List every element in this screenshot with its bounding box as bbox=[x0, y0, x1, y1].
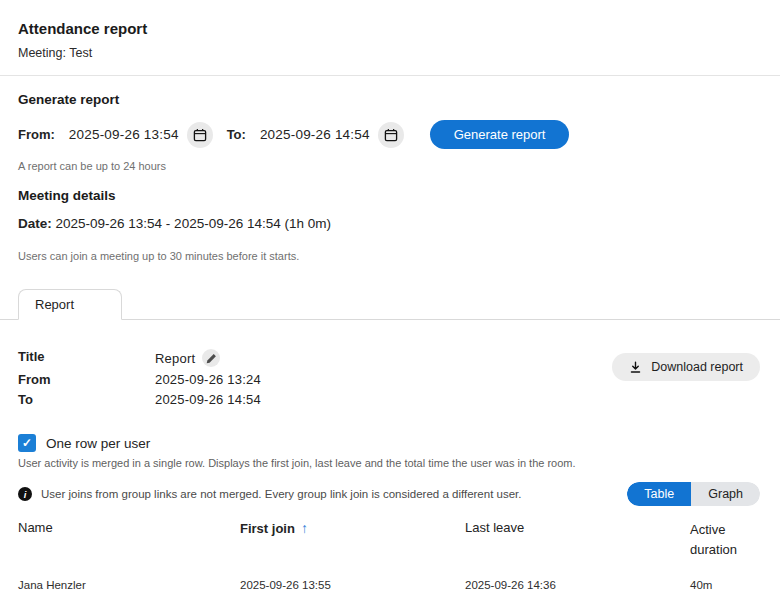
generate-report-button[interactable]: Generate report bbox=[430, 120, 570, 149]
join-early-note: Users can join a meeting up to 30 minute… bbox=[18, 250, 762, 262]
meeting-date-line: Date: 2025-09-26 13:54 - 2025-09-26 14:5… bbox=[18, 216, 762, 231]
view-toggle: Table Graph bbox=[627, 482, 760, 506]
from-label: From: bbox=[18, 127, 55, 142]
one-row-per-user-checkbox[interactable]: ✓ bbox=[18, 434, 36, 452]
report-meta-grid: Title Report From 2025-09-26 13:24 To 20… bbox=[18, 349, 261, 407]
group-links-note-row: i User joins from group links are not me… bbox=[18, 487, 521, 501]
view-toggle-table[interactable]: Table bbox=[627, 482, 691, 506]
generate-controls-row: From: 2025-09-26 13:54 To: 2025-09-26 14… bbox=[18, 120, 762, 149]
report-duration-hint: A report can be up to 24 hours bbox=[18, 160, 762, 172]
cell-active-duration: 40m bbox=[690, 579, 760, 591]
page-header: Attendance report Meeting: Test bbox=[0, 0, 780, 60]
report-to-value: 2025-09-26 14:54 bbox=[155, 392, 261, 407]
table-row: Eddie Example 2025-09-26 13:56 2025-09-2… bbox=[18, 591, 760, 597]
table-header-row: Name First join↑ Last leave Active durat… bbox=[18, 520, 760, 560]
column-header-last-leave[interactable]: Last leave bbox=[465, 520, 690, 535]
edit-title-button[interactable] bbox=[202, 349, 220, 367]
date-value: 2025-09-26 13:54 - 2025-09-26 14:54 (1h … bbox=[56, 216, 331, 231]
group-links-note: User joins from group links are not merg… bbox=[41, 488, 521, 500]
one-row-description: User activity is merged in a single row.… bbox=[18, 457, 760, 469]
page-title: Attendance report bbox=[18, 20, 762, 37]
generate-report-section: Generate report From: 2025-09-26 13:54 T… bbox=[0, 92, 780, 172]
one-row-per-user-row: ✓ One row per user bbox=[18, 434, 760, 452]
table-row: Jana Henzler 2025-09-26 13:55 2025-09-26… bbox=[18, 560, 760, 591]
download-report-button[interactable]: Download report bbox=[612, 353, 760, 381]
calendar-icon bbox=[193, 128, 207, 142]
to-calendar-button[interactable] bbox=[378, 122, 404, 148]
report-title-value: Report bbox=[155, 351, 195, 366]
download-report-label: Download report bbox=[651, 360, 743, 374]
from-calendar-button[interactable] bbox=[187, 122, 213, 148]
report-title-label: Title bbox=[18, 349, 155, 367]
tab-bar: Report bbox=[0, 288, 780, 320]
calendar-icon bbox=[384, 128, 398, 142]
to-datetime-value[interactable]: 2025-09-26 14:54 bbox=[260, 127, 370, 142]
generate-report-heading: Generate report bbox=[18, 92, 762, 107]
cell-last-leave: 2025-09-26 14:36 bbox=[465, 579, 690, 591]
cell-first-join: 2025-09-26 13:55 bbox=[240, 579, 465, 591]
report-panel: Title Report From 2025-09-26 13:24 To 20… bbox=[0, 349, 780, 597]
attendance-report-page: Attendance report Meeting: Test Generate… bbox=[0, 0, 780, 597]
header-divider bbox=[0, 75, 780, 76]
report-to-label: To bbox=[18, 392, 155, 407]
cell-name: Jana Henzler bbox=[18, 579, 240, 591]
sort-ascending-icon: ↑ bbox=[301, 520, 308, 536]
tab-report[interactable]: Report bbox=[18, 289, 122, 320]
checkmark-icon: ✓ bbox=[22, 436, 32, 450]
report-from-value: 2025-09-26 13:24 bbox=[155, 372, 261, 387]
view-toggle-graph[interactable]: Graph bbox=[691, 482, 760, 506]
report-title-value-row: Report bbox=[155, 349, 261, 367]
info-and-view-toggle-row: i User joins from group links are not me… bbox=[18, 482, 760, 506]
column-header-active-duration[interactable]: Active duration bbox=[690, 520, 752, 560]
report-meta-row: Title Report From 2025-09-26 13:24 To 20… bbox=[18, 349, 760, 407]
to-label: To: bbox=[227, 127, 246, 142]
column-header-first-join[interactable]: First join↑ bbox=[240, 520, 465, 536]
meeting-details-section: Meeting details Date: 2025-09-26 13:54 -… bbox=[0, 188, 780, 262]
info-icon: i bbox=[18, 487, 32, 501]
attendance-table: Name First join↑ Last leave Active durat… bbox=[18, 520, 760, 597]
meeting-details-heading: Meeting details bbox=[18, 188, 762, 203]
meeting-subtitle: Meeting: Test bbox=[18, 46, 762, 60]
one-row-per-user-label[interactable]: One row per user bbox=[46, 436, 150, 451]
date-label: Date: bbox=[18, 216, 52, 231]
download-icon bbox=[629, 361, 642, 374]
pencil-icon bbox=[206, 353, 217, 364]
report-from-label: From bbox=[18, 372, 155, 387]
from-datetime-value[interactable]: 2025-09-26 13:54 bbox=[69, 127, 179, 142]
column-header-name[interactable]: Name bbox=[18, 520, 240, 535]
